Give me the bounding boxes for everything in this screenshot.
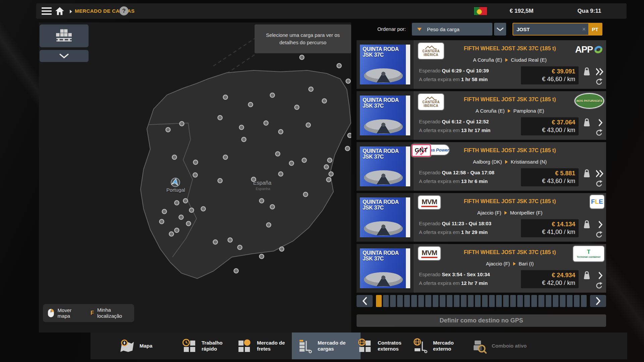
page-segment[interactable] [397,295,403,307]
cargo-offer-row[interactable]: QUINTA RODAJSK 37C FIFTH WHEEL JOST JSK … [357,244,606,293]
sort-dropdown-open-button[interactable] [494,23,506,36]
page-segment[interactable] [510,295,516,307]
search-input[interactable] [513,23,580,35]
page-segment[interactable] [553,295,558,307]
route-arrow-icon [508,109,511,113]
cargo-offer-row[interactable]: QUINTA RODAJSK 37C FIFTH WHEEL JOST JSK … [357,142,606,191]
nav-contratos-externos[interactable]: Contratos externos [357,333,415,359]
page-segment[interactable] [383,295,389,307]
page-segment[interactable] [418,295,424,307]
pallet-icon [54,28,74,44]
next-page-button[interactable] [590,295,606,307]
city-dot-marker [239,125,244,130]
collapse-panel-button[interactable] [40,50,89,62]
route-origin: A Coruña (E) [473,57,502,63]
city-dot-marker [280,247,284,251]
fifth-wheel-image [362,270,405,288]
nav-comboio-ativo[interactable]: Comboio ativo [471,333,527,359]
cargo-thumbnail: QUINTA RODAJSK 37C [357,244,414,293]
route-hint-tooltip: Selecione uma carga para ver os detalhes… [255,24,351,53]
page-segment[interactable] [425,295,431,307]
cargo-photo-label: QUINTA RODAJSK 37C [363,47,399,58]
city-dot-marker [180,122,184,126]
page-segment[interactable] [390,295,396,307]
city-dot-marker [218,116,222,120]
urgency-icon-slot [599,221,603,230]
page-segment[interactable] [454,295,460,307]
route-arrow-icon [513,262,516,266]
nav-mercado-externo[interactable]: Mercado externo [413,333,471,359]
page-segment[interactable] [538,295,544,307]
chevron-down-icon [59,53,69,59]
page-segment[interactable] [440,295,445,307]
fifth-wheel-image [362,66,405,84]
cargo-photo-label: QUINTA RODAJSK 37C [363,148,399,160]
page-segment[interactable] [376,295,382,307]
route-arrow-icon [505,160,508,164]
location-hotkey: F [91,310,94,316]
city-dot-marker [172,155,177,160]
set-gps-destination-button[interactable]: Definir como destino no GPS [357,314,606,327]
cargo-offer-row[interactable]: QUINTA RODAJSK 37C FIFTH WHEEL JOST JSK … [357,91,606,140]
cargo-price: € 14.134 [524,221,575,228]
clear-search-icon[interactable]: × [580,23,588,35]
company-logo-nos-paturages: NOS PATURAGES [575,93,604,109]
page-segment[interactable] [433,295,438,307]
nav-mercado-de-cargas[interactable]: Mercado de cargas [292,333,361,359]
game-clock: Qua 9:11 [578,8,601,14]
nav-label: Comboio ativo [492,343,527,349]
city-dot-marker [279,130,283,134]
cargo-offer-row[interactable]: QUINTA RODAJSK 37C FIFTH WHEEL JOST JSK … [357,193,606,242]
photo-edge [406,96,410,135]
page-segment[interactable] [531,295,537,307]
cargo-overview-button[interactable] [40,24,89,47]
page-segment[interactable] [574,295,580,307]
nav-mapa[interactable]: Mapa [119,333,152,359]
page-segment[interactable] [475,295,481,307]
page-segment[interactable] [560,295,566,307]
page-segment[interactable] [581,295,587,307]
weight-icon-slot [582,220,591,230]
expected-time: EsperadoQui 11:23 - Qui 18:03 [419,221,491,226]
cargo-offer-row[interactable]: QUINTA RODAJSK 37C FIFTH WHEEL JOST JSK … [357,40,606,89]
nav-trabalho-rapido[interactable]: Trabalho rápido [181,333,239,359]
page-segment[interactable] [517,295,523,307]
page-segment[interactable] [447,295,452,307]
urgency-icon-slot [596,68,603,77]
map-panel[interactable]: España Espanha Portugal Selecione uma ca… [39,22,351,333]
price-per-km: € 43,60 / km [524,178,575,185]
return-icon-slot [595,78,603,87]
help-icon[interactable]: ? [119,6,128,15]
menu-icon[interactable] [42,7,52,15]
page-segment[interactable] [461,295,467,307]
page-segment[interactable] [546,295,551,307]
page-segment[interactable] [524,295,530,307]
weight-icon-slot [582,271,591,281]
return-icon-slot [595,282,603,291]
city-dot-marker [306,123,311,127]
route-destination: Ciudad Real (E) [511,57,547,63]
portugal-flag-icon[interactable] [474,7,487,15]
previous-page-button[interactable] [357,295,373,307]
page-segment[interactable] [411,295,417,307]
page-segment[interactable] [503,295,509,307]
city-dot-marker [213,240,218,244]
route-origin: Ajaccio (F) [486,261,510,266]
search-language-button[interactable]: PT [588,23,602,35]
return-icon-slot [595,180,603,189]
cargo-title: FIFTH WHEEL JOST JSK 37C (185 t) [464,46,556,52]
sort-dropdown[interactable]: Peso da carga [412,23,492,36]
freight-market-icon [236,338,253,354]
cargo-photo-label: QUINTA RODAJSK 37C [363,98,399,109]
home-icon[interactable] [55,7,64,15]
city-dot-marker [264,121,268,125]
page-segment[interactable] [482,295,488,307]
page-segment[interactable] [567,295,573,307]
city-dot-marker [223,95,228,100]
page-segment[interactable] [496,295,502,307]
page-segment[interactable] [404,295,410,307]
city-dot-marker [179,215,183,220]
page-segment[interactable] [489,295,495,307]
page-segment[interactable] [468,295,474,307]
nav-mercado-de-fretes[interactable]: Mercado de fretes [236,333,294,359]
